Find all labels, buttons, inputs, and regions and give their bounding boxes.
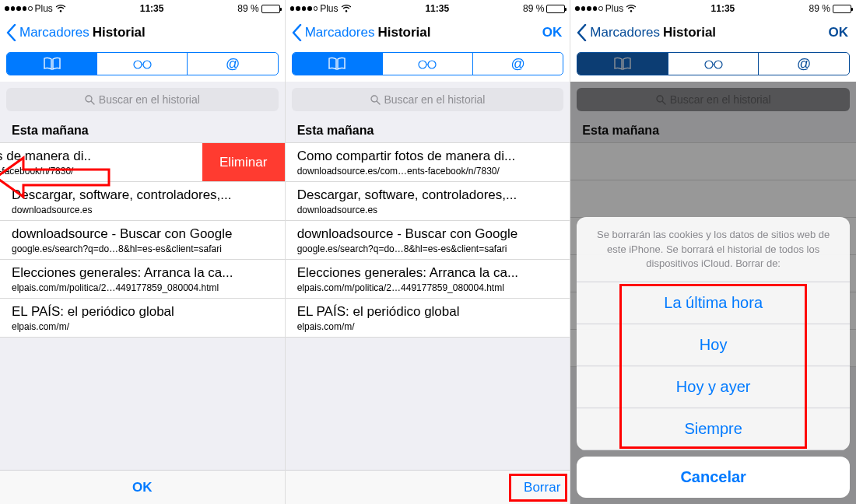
history-row[interactable]: downloadsource - Buscar con Googlegoogle… [286,221,570,260]
section-header: Esta mañana [286,117,570,142]
segment-control[interactable]: @ [577,52,850,75]
battery-icon [833,5,851,13]
signal-icon [5,6,33,11]
wifi-icon [626,5,637,12]
svg-point-6 [705,61,713,68]
back-button[interactable]: Marcadores [577,24,660,41]
carrier-label: Plus [605,3,623,14]
seg-shared[interactable]: @ [759,53,849,75]
delete-button[interactable]: Eliminar [202,143,285,181]
history-row-swiped[interactable]: mpartir fotos de manera di.. ce.es/com…e… [0,143,285,182]
svg-point-7 [714,61,722,68]
page-title: Historial [663,25,716,40]
seg-reading[interactable] [668,53,760,75]
book-icon [42,57,62,71]
bottom-toolbar: OK [0,470,285,504]
clock: 11:35 [425,3,449,14]
back-label: Marcadores [305,25,375,40]
row-url: elpais.com/m/politica/2…449177859_080004… [12,282,273,293]
screen-3-sheet: Plus 11:35 89 % Marcadores Historial OK … [570,0,856,504]
book-icon [327,57,347,71]
nav-bar: Marcadores Historial [0,16,285,50]
screen-2-borrar: Plus 11:35 89 % Marcadores Historial OK … [286,0,571,504]
back-label: Marcadores [590,25,660,40]
seg-shared[interactable]: @ [188,53,277,75]
history-row[interactable]: Como compartir fotos de manera di...down… [286,143,570,182]
row-url: elpais.com/m/ [12,321,273,332]
history-row[interactable]: EL PAÍS: el periódico globalelpais.com/m… [286,299,570,338]
history-row[interactable] [570,143,856,180]
search-field[interactable]: Buscar en el historial [577,88,850,111]
history-row[interactable]: downloadsource - Buscar con Googlegoogle… [0,221,285,260]
glasses-icon [132,57,153,71]
row-title: mpartir fotos de manera di.. [0,148,191,165]
ok-button[interactable]: OK [132,480,153,495]
history-row[interactable]: Elecciones generales: Arranca la ca...el… [0,260,285,299]
sheet-cancel[interactable]: Cancelar [577,457,850,498]
seg-bookmarks[interactable] [293,53,383,75]
sheet-message: Se borrarán las cookies y los datos de s… [577,217,850,282]
search-icon [370,95,381,105]
ok-button[interactable]: OK [828,25,848,40]
back-button[interactable]: Marcadores [292,24,375,41]
row-url: elpais.com/m/ [297,321,559,332]
book-icon [612,57,633,71]
segment-control[interactable]: @ [292,52,564,75]
history-row[interactable]: Descargar, software, controladores,...do… [0,182,285,221]
section-header: Esta mañana [570,117,856,142]
row-title: EL PAÍS: el periódico global [297,303,559,320]
chevron-left-icon [6,24,16,41]
search-field[interactable]: Buscar en el historial [292,88,564,111]
row-url: elpais.com/m/politica/2…449177859_080004… [297,282,559,293]
seg-bookmarks[interactable] [577,53,668,75]
search-icon [656,95,666,105]
search-field[interactable]: Buscar en el historial [6,88,279,111]
chevron-left-icon [292,24,302,41]
search-placeholder: Buscar en el historial [670,93,771,106]
clock: 11:35 [140,3,164,14]
row-title: Elecciones generales: Arranca la ca... [297,264,559,282]
section-header: Esta mañana [0,117,285,142]
ok-button[interactable]: OK [542,25,563,40]
wifi-icon [55,5,66,12]
highlight-box [509,474,567,502]
history-list: mpartir fotos de manera di.. ce.es/com…e… [0,142,285,338]
nav-bar: Marcadores Historial OK [286,16,570,50]
row-title: downloadsource - Buscar con Google [12,226,273,243]
row-url: downloadsource.es [12,205,273,215]
glasses-icon [703,57,724,71]
row-title: Elecciones generales: Arranca la ca... [12,264,273,282]
seg-bookmarks[interactable] [7,53,97,75]
segment-control[interactable]: @ [6,52,279,75]
seg-reading[interactable] [97,53,188,75]
glasses-icon [417,57,437,71]
row-title: Como compartir fotos de manera di... [297,148,559,165]
row-title: Descargar, software, controladores,... [297,187,559,204]
battery-pct: 89 % [237,3,258,14]
status-bar: Plus 11:35 89 % [286,0,570,16]
row-url: google.es/search?q=do…8&hl=es-es&client=… [297,243,559,254]
nav-bar: Marcadores Historial OK [570,16,856,50]
carrier-label: Plus [320,3,338,14]
back-button[interactable]: Marcadores [6,24,89,41]
history-row[interactable]: EL PAÍS: el periódico globalelpais.com/m… [0,299,285,338]
battery-pct: 89 % [809,3,830,14]
at-icon: @ [511,56,525,72]
history-row[interactable]: Descargar, software, controladores,...do… [286,182,570,221]
signal-icon [575,6,603,11]
page-title: Historial [93,25,146,40]
history-row[interactable]: Elecciones generales: Arranca la ca...el… [286,260,570,299]
battery-icon [546,5,565,13]
bottom-toolbar: Borrar [286,470,570,504]
page-title: Historial [377,25,430,40]
back-label: Marcadores [19,25,89,40]
highlight-box [619,284,807,449]
row-url: downloadsource.es [297,205,559,215]
history-list: Como compartir fotos de manera di...down… [286,142,570,338]
at-icon: @ [797,56,811,72]
signal-icon [290,6,318,11]
row-title: EL PAÍS: el periódico global [12,303,273,320]
screen-1-swipe: Plus 11:35 89 % Marcadores Historial @ B… [0,0,286,504]
seg-reading[interactable] [383,53,473,75]
seg-shared[interactable]: @ [473,53,563,75]
